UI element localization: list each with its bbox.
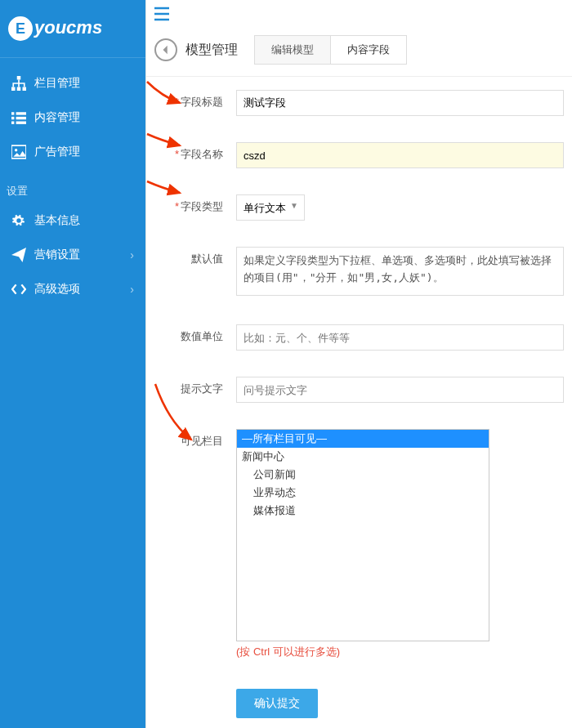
tab-edit-model[interactable]: 编辑模型 xyxy=(255,36,331,64)
field-name-input[interactable] xyxy=(236,142,564,168)
logo-badge: E xyxy=(8,16,33,41)
page-title: 模型管理 xyxy=(185,42,238,59)
topbar xyxy=(146,0,572,24)
sidebar-item-marketing[interactable]: 营销设置 › xyxy=(0,238,145,272)
sidebar-item-label: 基本信息 xyxy=(34,213,80,228)
code-icon xyxy=(11,282,26,297)
image-icon xyxy=(11,145,26,159)
sidebar-item-label: 营销设置 xyxy=(34,248,80,262)
svg-rect-1 xyxy=(11,87,16,92)
sidebar-item-columns[interactable]: 栏目管理 xyxy=(0,66,145,100)
svg-rect-8 xyxy=(11,122,14,124)
main-content: 模型管理 编辑模型 内容字段 *字段标题 *字段名称 *字段类型 单行文本 xyxy=(145,0,572,728)
label-field-title: *字段标题 xyxy=(146,90,236,109)
listbox-option[interactable]: 公司新闻 xyxy=(237,466,489,484)
sidebar-item-ads[interactable]: 广告管理 xyxy=(0,135,145,169)
gear-icon xyxy=(11,213,26,228)
sitemap-icon xyxy=(11,76,26,91)
svg-rect-2 xyxy=(17,87,21,92)
svg-rect-0 xyxy=(17,76,21,80)
sidebar-item-content[interactable]: 内容管理 xyxy=(0,100,145,135)
listbox-option[interactable]: —所有栏目可见— xyxy=(237,430,489,448)
sidebar-item-advanced[interactable]: 高级选项 › xyxy=(0,272,145,306)
sidebar: Eyoucms 栏目管理 内容管理 广告管理 设置 基本信息 营销设置 › 高级… xyxy=(0,0,145,728)
listbox-option[interactable]: 新闻中心 xyxy=(237,448,489,466)
listbox-option[interactable]: 业界动态 xyxy=(237,484,489,502)
page-header: 模型管理 编辑模型 内容字段 xyxy=(146,24,572,77)
svg-point-11 xyxy=(15,149,17,151)
sidebar-item-label: 高级选项 xyxy=(34,282,80,297)
svg-rect-3 xyxy=(23,87,27,92)
svg-rect-7 xyxy=(16,117,26,119)
label-field-type: *字段类型 xyxy=(146,194,236,214)
tip-text-input[interactable] xyxy=(236,377,564,403)
tabs: 编辑模型 内容字段 xyxy=(254,35,407,65)
brand-logo: Eyoucms xyxy=(0,0,145,49)
svg-rect-4 xyxy=(11,112,14,114)
field-title-input[interactable] xyxy=(236,90,564,116)
listbox-option[interactable]: 媒体报道 xyxy=(237,502,489,520)
hamburger-icon[interactable] xyxy=(154,11,169,24)
sidebar-item-label: 栏目管理 xyxy=(34,76,80,91)
default-value-text: 如果定义字段类型为下拉框、单选项、多选项时，此处填写被选择的项目(用"，"分开，… xyxy=(236,247,564,296)
label-tip-text: 提示文字 xyxy=(146,377,236,396)
sidebar-settings-heading: 设置 xyxy=(0,169,145,203)
label-field-name: *字段名称 xyxy=(146,142,236,162)
form: *字段标题 *字段名称 *字段类型 单行文本 默认值 如果定义字段类型为下拉框、… xyxy=(146,77,572,728)
send-icon xyxy=(11,248,26,262)
back-button[interactable] xyxy=(154,38,177,61)
multi-select-hint: (按 Ctrl 可以进行多选) xyxy=(236,645,564,659)
label-default-value: 默认值 xyxy=(146,247,236,266)
visible-columns-listbox[interactable]: —所有栏目可见—新闻中心 公司新闻 业界动态 媒体报道 xyxy=(236,429,489,641)
submit-button[interactable]: 确认提交 xyxy=(236,689,318,718)
svg-rect-6 xyxy=(11,117,14,119)
sidebar-item-label: 内容管理 xyxy=(34,110,80,125)
list-icon xyxy=(11,110,26,125)
tab-content-fields[interactable]: 内容字段 xyxy=(331,36,406,64)
label-unit: 数值单位 xyxy=(146,324,236,344)
sidebar-item-label: 广告管理 xyxy=(34,145,80,159)
field-type-select[interactable]: 单行文本 xyxy=(236,194,305,221)
svg-rect-5 xyxy=(16,112,26,114)
svg-rect-9 xyxy=(16,122,26,124)
sidebar-item-basic-info[interactable]: 基本信息 xyxy=(0,203,145,238)
unit-input[interactable] xyxy=(236,324,564,351)
chevron-right-icon: › xyxy=(130,248,134,261)
chevron-right-icon: › xyxy=(130,283,134,296)
label-visible-columns: 可见栏目 xyxy=(146,429,236,449)
